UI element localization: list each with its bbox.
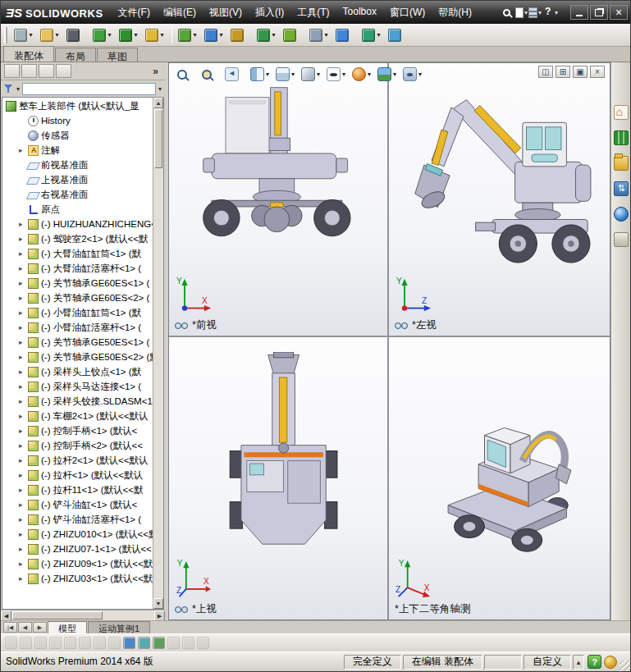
edit-appearance-icon[interactable] — [350, 66, 374, 83]
expand-arrow-icon[interactable] — [19, 147, 25, 154]
toolbar-linear-pattern[interactable] — [254, 25, 280, 45]
toolbar-insert-component[interactable] — [176, 25, 201, 45]
window-restore-button[interactable] — [590, 5, 608, 20]
tree-item[interactable]: (-) 拉杆<1> (默认<<默认 — [2, 468, 153, 482]
tree-item[interactable]: 注解 — [2, 143, 153, 158]
sheet-nav-next-button[interactable]: ▶ — [33, 622, 47, 633]
motion-button-8[interactable] — [108, 637, 121, 649]
expand-arrow-icon[interactable] — [19, 457, 25, 464]
window-minimize-button[interactable] — [570, 5, 588, 20]
expand-arrow-icon[interactable] — [19, 398, 25, 405]
expand-arrow-icon[interactable] — [19, 265, 25, 272]
solidworks-resources-icon[interactable] — [614, 105, 629, 120]
viewport-top[interactable]: Y X Z *上视 — [169, 337, 389, 619]
tree-item[interactable]: (-) ZHIZU010<1> (默认<<默 — [2, 527, 153, 542]
tree-item[interactable]: (-) 关节轴承GE50ES<2> (默 — [2, 350, 153, 364]
quick-tips-help-icon[interactable]: ? — [588, 655, 601, 669]
tree-item[interactable]: (-) 驾驶室2<1> (默认<<默 — [2, 231, 153, 246]
expand-arrow-icon[interactable] — [19, 560, 25, 568]
window-close-button[interactable] — [610, 5, 628, 20]
motion-button-6[interactable] — [79, 637, 91, 649]
tree-item[interactable]: (-) 关节轴承GE60ES<1> ( — [2, 276, 153, 290]
expand-arrow-icon[interactable] — [19, 487, 25, 494]
motion-button-7[interactable] — [94, 637, 106, 649]
expand-arrow-icon[interactable] — [19, 368, 25, 376]
menu-view[interactable]: 视图(V) — [203, 2, 249, 23]
tree-item[interactable]: (-) 铲斗油缸活塞杆<1> ( — [2, 512, 153, 527]
motion-button-14[interactable] — [197, 637, 209, 649]
expand-arrow-icon[interactable] — [19, 295, 25, 302]
view-palette-icon[interactable] — [614, 181, 629, 196]
scroll-up-icon[interactable]: ▲ — [153, 98, 163, 108]
tree-root-item[interactable]: 整车上装部件 (默认<默认_显 — [2, 98, 153, 113]
section-view-icon[interactable] — [249, 66, 272, 83]
tree-item[interactable]: (-) 车棚2<1> (默认<<默认 — [2, 409, 153, 423]
tree-item[interactable]: (-) 关节轴承GE50ES<1> ( — [2, 335, 153, 350]
tree-item[interactable]: 上视基准面 — [2, 172, 153, 187]
filter-expand-icon[interactable] — [158, 85, 162, 93]
view-settings-icon[interactable] — [401, 66, 425, 83]
design-library-icon[interactable] — [614, 130, 629, 145]
expand-arrow-icon[interactable] — [19, 339, 25, 346]
resize-grip[interactable] — [620, 661, 630, 671]
expand-arrow-icon[interactable] — [19, 472, 25, 479]
menu-help[interactable]: 帮助(H) — [432, 2, 478, 23]
tree-horizontal-scrollbar[interactable]: ◀ ▶ — [1, 610, 165, 620]
expand-arrow-icon[interactable] — [19, 309, 25, 317]
toolbar-mate[interactable] — [202, 25, 227, 45]
motion-button-9[interactable] — [123, 637, 135, 649]
hide-show-items-icon[interactable] — [325, 66, 349, 83]
toolbar-view-settings[interactable] — [11, 25, 37, 45]
tree-item[interactable]: (-) HUIZHUANZHICHENG<1> — [2, 217, 153, 231]
search-icon[interactable] — [503, 9, 514, 16]
tree-item[interactable]: (-) 采样头马达连接<1> ( — [2, 379, 153, 394]
expand-arrow-icon[interactable] — [19, 427, 25, 435]
tree-item[interactable]: (-) 小臂油缸活塞杆<1> ( — [2, 320, 153, 335]
tree-item[interactable]: 右视基准面 — [2, 187, 153, 202]
expand-arrow-icon[interactable] — [19, 442, 25, 450]
sheet-nav-first-button[interactable]: |◀ — [3, 622, 17, 633]
expand-arrow-icon[interactable] — [19, 280, 25, 287]
tree-item[interactable]: (-) ZHIZU03<1> (默认<<默 — [2, 571, 153, 586]
scroll-down-icon[interactable]: ▼ — [153, 598, 163, 609]
custom-toolbar-selector[interactable]: 自定义 — [524, 655, 571, 670]
tree-item[interactable]: (-) 大臂油缸活塞杆<1> ( — [2, 261, 153, 276]
motion-button-10[interactable] — [138, 637, 150, 649]
zoom-area-icon[interactable] — [199, 66, 222, 83]
viewport-split-two-button[interactable]: ◫ — [538, 66, 553, 78]
expand-arrow-icon[interactable] — [19, 546, 25, 553]
toolbar-measure[interactable] — [333, 25, 359, 45]
help-icon[interactable] — [542, 7, 558, 18]
viewport-split-four-button[interactable]: ⊞ — [556, 66, 570, 78]
tree-item[interactable]: (-) 采样头上铰点<1> (默 — [2, 364, 153, 379]
view-orientation-icon[interactable] — [274, 66, 298, 83]
expand-arrow-icon[interactable] — [19, 324, 25, 331]
tree-item[interactable]: (-) ZHIZU07-1<1> (默认<< — [2, 542, 153, 556]
tree-item[interactable]: (-) 拉杆2<1> (默认<<默认 — [2, 453, 153, 468]
expand-arrow-icon[interactable] — [19, 383, 25, 391]
tree-item[interactable]: 前视基准面 — [2, 158, 153, 172]
menu-edit[interactable]: 编辑(E) — [157, 2, 203, 23]
appearances-icon[interactable] — [614, 207, 629, 222]
toolbar-component-pattern[interactable] — [117, 25, 142, 45]
expand-arrow-icon[interactable] — [19, 531, 25, 538]
menu-toolbox[interactable]: Toolbox — [336, 2, 383, 23]
tree-item[interactable]: (-) 关节轴承GE60ES<2> ( — [2, 290, 153, 305]
featuremanager-tab-icon[interactable] — [4, 64, 20, 78]
filter-dropdown-icon[interactable] — [16, 85, 20, 93]
previous-view-icon[interactable] — [223, 66, 247, 83]
tree-item[interactable]: (-) 控制手柄<2> (默认<< — [2, 438, 153, 453]
tree-item[interactable]: History — [2, 113, 153, 128]
motion-button-2[interactable] — [20, 637, 32, 649]
tree-item[interactable]: (-) 大臂油缸缸筒<1> (默 — [2, 246, 153, 261]
custom-properties-icon[interactable] — [614, 232, 629, 247]
expand-arrow-icon[interactable] — [19, 575, 25, 583]
expand-arrow-icon[interactable] — [19, 250, 25, 258]
panel-overflow-chevron[interactable]: » — [149, 66, 162, 77]
tab-sketch[interactable]: 草图 — [97, 48, 138, 62]
viewport-left[interactable]: Y Z *左视 — [389, 63, 610, 337]
tree-item[interactable]: (-) 铲斗油缸<1> (默认< — [2, 497, 153, 512]
expand-arrow-icon[interactable] — [19, 501, 25, 509]
display-style-icon[interactable] — [299, 66, 323, 83]
toolbar-smart-components[interactable] — [281, 25, 306, 45]
